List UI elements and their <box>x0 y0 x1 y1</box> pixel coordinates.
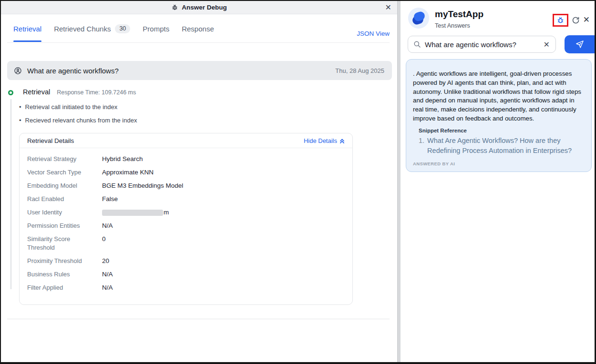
detail-label: Permission Entities <box>27 222 102 230</box>
app-header-icons: ✕ <box>553 11 590 29</box>
app-titles: myTestApp Test Answers <box>435 8 483 29</box>
reference-list: 1.What Are Agentic Workflows? How are th… <box>419 136 585 156</box>
question-row[interactable]: What are agentic workflows? Thu, 28 Aug … <box>7 61 392 80</box>
app-header: myTestApp Test Answers <box>408 8 590 29</box>
detail-row-racl-enabled: Racl EnabledFalse <box>27 195 345 203</box>
timeline-events: Retrieval call initiated to the indexRec… <box>19 103 397 125</box>
json-view-link[interactable]: JSON View <box>357 23 390 37</box>
detail-value: m <box>102 208 169 217</box>
close-icon[interactable]: ✕ <box>385 2 391 13</box>
detail-value: N/A <box>102 222 113 230</box>
detail-value: N/A <box>102 283 113 292</box>
detail-value: N/A <box>102 270 113 279</box>
annotation-highlight-box <box>553 14 568 27</box>
tab-label: Response <box>182 25 214 33</box>
answered-by-ai-label: ANSWERED BY AI <box>413 161 585 166</box>
question-date: Thu, 28 Aug 2025 <box>335 67 384 74</box>
reference-link[interactable]: What Are Agentic Workflows? How are they… <box>427 136 585 156</box>
detail-row-proximity-threshold: Proximity Threshold20 <box>27 257 345 265</box>
step-title: Retrieval <box>23 88 50 96</box>
search-box: ✕ <box>408 36 556 53</box>
app-title: myTestApp <box>435 9 483 20</box>
section-divider <box>7 319 390 319</box>
search-input[interactable] <box>425 40 541 49</box>
timeline-event: Retrieval call initiated to the index <box>19 103 397 111</box>
detail-row-user-identity: User Identitym <box>27 208 345 217</box>
detail-label: Business Rules <box>27 270 102 279</box>
detail-label: Racl Enabled <box>27 195 102 203</box>
detail-row-business-rules: Business RulesN/A <box>27 270 345 279</box>
snippet-reference-label: Snippet Reference <box>419 128 585 133</box>
retrieval-timeline: Retrieval Response Time: 109.7246 ms Ret… <box>1 88 397 305</box>
detail-label: Filter Applied <box>27 283 102 292</box>
details-rows: Retrieval StrategyHybrid SearchVector Se… <box>20 148 352 304</box>
search-row: ✕ <box>408 35 595 53</box>
app-panel: myTestApp Test Answers <box>401 1 595 362</box>
screenshot-frame: Answer Debug ✕ RetrievalRetrieved Chunks… <box>0 0 596 364</box>
hide-details-link[interactable]: Hide Details <box>304 137 345 144</box>
question-text: What are agentic workflows? <box>27 67 119 75</box>
detail-value: 0 <box>102 235 106 252</box>
detail-row-similarity-score-threshold: Similarity Score Threshold0 <box>27 235 345 252</box>
detail-label: Proximity Threshold <box>27 257 102 265</box>
tab-label: Retrieved Chunks <box>54 25 111 33</box>
app-logo <box>408 8 429 29</box>
clear-search-icon[interactable]: ✕ <box>544 40 550 49</box>
close-app-button[interactable]: ✕ <box>583 16 590 25</box>
answer-text: . Agentic workflows are intelligent, goa… <box>413 70 585 123</box>
tab-response[interactable]: Response <box>182 23 214 41</box>
details-card-header: Retrieval Details Hide Details <box>20 133 352 148</box>
timeline-event: Recieved relevant chunks from the index <box>19 116 397 125</box>
detail-value: Approximate KNN <box>102 168 154 177</box>
bug-icon <box>556 16 565 24</box>
detail-row-retrieval-strategy: Retrieval StrategyHybrid Search <box>27 155 345 163</box>
double-chevron-up-icon <box>339 138 345 144</box>
detail-row-permission-entities: Permission EntitiesN/A <box>27 222 345 230</box>
detail-label: User Identity <box>27 208 102 217</box>
retrieval-details-card: Retrieval Details Hide Details Retrieval… <box>19 133 353 305</box>
detail-row-embedding-model: Embedding ModelBGE M3 Embeddings Model <box>27 182 345 190</box>
debug-title: Answer Debug <box>171 4 227 11</box>
detail-value-text: m <box>164 209 169 216</box>
detail-value: Hybrid Search <box>102 155 143 163</box>
refresh-icon <box>572 16 580 24</box>
panel-divider <box>397 1 401 362</box>
search-icon <box>413 40 421 48</box>
reference-item: 1.What Are Agentic Workflows? How are th… <box>419 136 585 156</box>
send-button[interactable] <box>565 35 595 53</box>
hide-details-label: Hide Details <box>304 137 337 144</box>
detail-value: BGE M3 Embeddings Model <box>102 182 183 190</box>
tab-prompts[interactable]: Prompts <box>143 23 169 41</box>
debug-tabs: RetrievalRetrieved Chunks30PromptsRespon… <box>7 23 390 43</box>
detail-row-filter-applied: Filter AppliedN/A <box>27 283 345 292</box>
tab-retrieval[interactable]: Retrieval <box>13 23 41 41</box>
user-avatar-icon <box>14 67 22 75</box>
answer-debug-panel: Answer Debug ✕ RetrievalRetrieved Chunks… <box>1 1 397 362</box>
response-time: Response Time: 109.7246 ms <box>57 89 136 96</box>
detail-value: 20 <box>102 257 109 265</box>
tab-label: Retrieval <box>13 25 41 33</box>
detail-label: Similarity Score Threshold <box>27 235 102 252</box>
redacted-value-bar <box>102 210 163 216</box>
tab-retrieved-chunks[interactable]: Retrieved Chunks30 <box>54 23 130 41</box>
paper-plane-icon <box>575 40 585 49</box>
debug-title-text: Answer Debug <box>182 4 227 11</box>
detail-label: Embedding Model <box>27 182 102 190</box>
debug-bug-button[interactable] <box>556 16 565 24</box>
tab-label: Prompts <box>143 25 169 33</box>
reference-number: 1. <box>419 136 424 156</box>
detail-label: Retrieval Strategy <box>27 155 102 163</box>
timeline-step-head: Retrieval Response Time: 109.7246 ms <box>23 88 397 96</box>
bug-icon <box>171 4 178 11</box>
close-icon: ✕ <box>583 16 590 25</box>
details-title: Retrieval Details <box>27 137 74 144</box>
tab-list: RetrievalRetrieved Chunks30PromptsRespon… <box>7 23 220 41</box>
detail-row-vector-search-type: Vector Search TypeApproximate KNN <box>27 168 345 177</box>
refresh-button[interactable] <box>572 16 580 24</box>
debug-header: Answer Debug ✕ <box>1 1 397 14</box>
app-subtitle: Test Answers <box>435 22 483 29</box>
detail-value: False <box>102 195 118 203</box>
tab-badge: 30 <box>115 24 130 33</box>
timeline-dot <box>8 90 13 95</box>
answer-card: . Agentic workflows are intelligent, goa… <box>406 59 592 172</box>
